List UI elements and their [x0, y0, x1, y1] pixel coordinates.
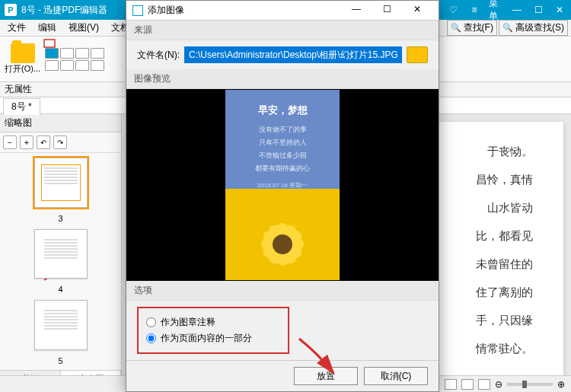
doc-text: 山水皆动	[487, 201, 533, 215]
heart-icon[interactable]: ♡	[446, 3, 460, 17]
menu-trigram-icon[interactable]: ≡	[467, 3, 481, 17]
doc-text: 昌怜，真情	[476, 173, 533, 187]
document-tab[interactable]: 8号 *	[3, 98, 40, 115]
add-image-dialog: 添加图像 — ☐ ✕ 来源 文件名(N): 图像预览 早安，梦想 没有做不了的事…	[126, 0, 439, 392]
preview-section-label: 图像预览	[126, 69, 439, 89]
view-mode-icon[interactable]	[445, 379, 457, 390]
image-preview: 早安，梦想 没有做不了的事 只有不坚持的人 不曾输过多少回 都要有期待赢的心 2…	[126, 89, 439, 281]
close-icon[interactable]: ✕	[553, 3, 566, 17]
zoom-out-icon[interactable]: −	[3, 135, 17, 149]
options-highlight-box: 作为图章注释 作为页面内容的一部分	[137, 307, 289, 354]
zoom-in-status-icon[interactable]: ⊕	[557, 379, 565, 390]
doc-text: 于丧恸。	[487, 145, 533, 159]
find-button[interactable]: 🔍 查找(F)	[447, 20, 497, 36]
browse-button[interactable]	[407, 46, 428, 63]
dialog-maximize-icon[interactable]: ☐	[372, 0, 402, 20]
preview-line: 没有做不了的事	[259, 125, 307, 135]
view-mode-icon[interactable]	[461, 379, 474, 390]
doc-text: 情常驻心。	[476, 342, 533, 356]
doc-text: 住了离别的	[476, 285, 533, 300]
radio-as-stamp[interactable]: 作为图章注释	[146, 314, 280, 330]
doc-text: 手，只因缘	[476, 314, 533, 328]
cancel-button[interactable]: 取消(C)	[364, 367, 428, 385]
preview-line: 只有不坚持的人	[259, 138, 307, 148]
zoom-out-status-icon[interactable]: ⊖	[495, 379, 502, 390]
doc-text: 比，都看见	[476, 229, 533, 244]
doc-text: 未曾留住的	[476, 257, 533, 272]
filename-label: 文件名(N):	[137, 49, 180, 62]
source-section-label: 来源	[126, 21, 439, 40]
minimize-icon[interactable]: —	[510, 3, 524, 17]
dialog-close-icon[interactable]: ✕	[402, 0, 432, 20]
view-mode-icon[interactable]	[478, 379, 490, 390]
preview-line: 都要有期待赢的心	[255, 164, 310, 174]
preview-line: 不曾输过多少回	[259, 151, 307, 161]
adv-find-button[interactable]: 🔍 高级查找(S)	[499, 20, 568, 36]
zoom-slider[interactable]	[507, 383, 553, 386]
dialog-icon	[132, 5, 143, 16]
sunflower-icon	[256, 218, 309, 271]
radio-as-content[interactable]: 作为页面内容的一部分	[146, 330, 280, 346]
place-button[interactable]: 放置	[294, 367, 358, 385]
zoom-in-icon[interactable]: +	[20, 135, 33, 149]
maximize-icon[interactable]: ☐	[531, 3, 545, 17]
preview-title: 早安，梦想	[258, 104, 308, 117]
svg-rect-0	[44, 40, 55, 47]
tag-label: 无属性	[5, 83, 32, 96]
thumbnail-page-4[interactable]	[34, 229, 88, 279]
thumbnail-page-3[interactable]	[34, 158, 88, 208]
dialog-title: 添加图像	[148, 4, 341, 17]
preview-image: 早安，梦想 没有做不了的事 只有不坚持的人 不曾输过多少回 都要有期待赢的心 2…	[225, 90, 340, 280]
menu-view[interactable]: 视图(V)	[64, 20, 104, 36]
open-label[interactable]: 打开(O)...	[5, 63, 40, 75]
menu-label[interactable]: 菜单	[489, 3, 502, 17]
app-icon: P	[5, 4, 17, 16]
dialog-titlebar: 添加图像 — ☐ ✕	[126, 1, 439, 21]
preview-date: 2018.07.16 星期一	[257, 181, 308, 190]
dialog-minimize-icon[interactable]: —	[341, 0, 372, 20]
menu-file[interactable]: 文件	[3, 20, 30, 36]
filename-input[interactable]	[184, 46, 402, 63]
options-section-label: 选项	[126, 281, 439, 301]
menu-edit[interactable]: 编辑	[33, 20, 61, 36]
thumbnail-page-5[interactable]	[34, 300, 88, 350]
folder-icon[interactable]	[11, 43, 35, 63]
